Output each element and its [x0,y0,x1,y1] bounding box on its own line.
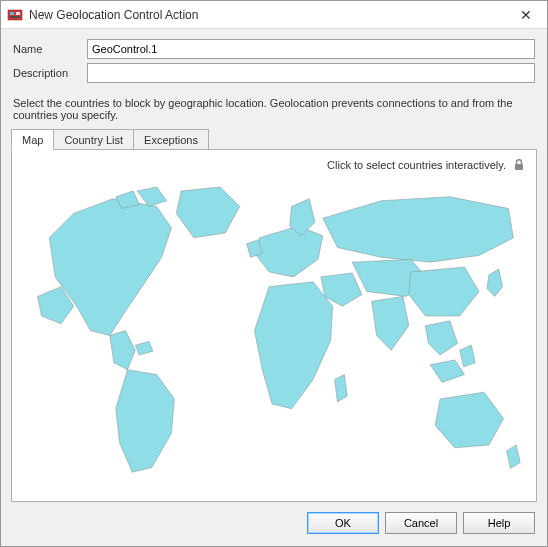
help-button[interactable]: Help [463,512,535,534]
close-button[interactable]: ✕ [509,3,543,27]
tab-content-map: Click to select countries interactively. [11,149,537,502]
svg-rect-1 [10,12,14,15]
tab-exceptions[interactable]: Exceptions [133,129,209,149]
map-hint-row: Click to select countries interactively. [12,150,536,178]
description-input[interactable] [87,63,535,83]
instructions-text: Select the countries to block by geograp… [1,93,547,129]
cancel-button[interactable]: Cancel [385,512,457,534]
dialog-window: New Geolocation Control Action ✕ Name De… [0,0,548,547]
name-input[interactable] [87,39,535,59]
button-row: OK Cancel Help [1,502,547,546]
tab-map[interactable]: Map [11,129,54,150]
window-title: New Geolocation Control Action [29,8,509,22]
titlebar: New Geolocation Control Action ✕ [1,1,547,29]
app-icon [7,7,23,23]
svg-rect-4 [515,164,523,170]
name-row: Name [13,39,535,59]
close-icon: ✕ [520,7,532,23]
tab-country-list[interactable]: Country List [53,129,134,149]
name-label: Name [13,43,87,55]
lock-icon [512,158,526,172]
world-map[interactable] [20,178,528,493]
description-label: Description [13,67,87,79]
tabs-row: Map Country List Exceptions [1,129,547,149]
map-hint-text: Click to select countries interactively. [327,159,506,171]
description-row: Description [13,63,535,83]
ok-button[interactable]: OK [307,512,379,534]
svg-rect-2 [16,12,20,15]
form-area: Name Description [1,29,547,93]
svg-rect-3 [10,16,20,18]
